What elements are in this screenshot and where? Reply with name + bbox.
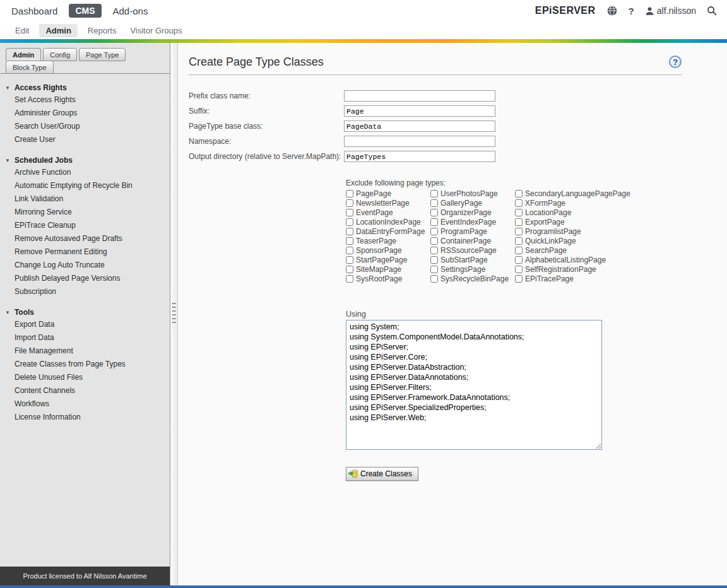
checkbox-dataentryformpage[interactable] <box>346 228 353 235</box>
checkbox-sponsorpage[interactable] <box>346 247 353 254</box>
checkbox-pagepage[interactable] <box>346 190 353 197</box>
user-menu[interactable]: alf.nilsson <box>645 6 696 16</box>
checkbox-alphabeticallistingpage[interactable] <box>515 256 523 264</box>
checkbox-organizerpage[interactable] <box>430 209 438 216</box>
checkbox-locationindexpage[interactable] <box>346 218 353 226</box>
subnav-item-admin[interactable]: Admin <box>39 24 77 37</box>
section-header-access-rights[interactable]: ▼Access Rights <box>0 82 170 93</box>
tab-block-type[interactable]: Block Type <box>6 61 54 74</box>
license-text: Product licensed to Alf Nilsson Avantime <box>23 572 146 580</box>
sidebar-item-remove-permanent-editing[interactable]: Remove Permanent Editing <box>0 245 170 259</box>
field-input-pagetype-base-class[interactable] <box>344 121 495 132</box>
checkbox-substartpage[interactable] <box>430 256 438 264</box>
sidebar-item-link-validation[interactable]: Link Validation <box>0 192 170 206</box>
exclude-option: SiteMapPage <box>346 264 430 274</box>
exclude-option: StartPagePage <box>346 255 430 264</box>
field-input-suffix[interactable] <box>344 105 495 117</box>
sidebar-item-epitrace-cleanup[interactable]: EPiTrace Cleanup <box>0 219 170 232</box>
sidebar-item-subscription[interactable]: Subscription <box>0 285 170 298</box>
section-header-scheduled-jobs[interactable]: ▼Scheduled Jobs <box>0 155 170 166</box>
using-textarea[interactable]: using System; using System.ComponentMode… <box>346 320 602 450</box>
exclude-option: PagePage <box>346 189 430 198</box>
checkbox-quicklinkpage[interactable] <box>515 237 523 245</box>
tab-config[interactable]: Config <box>43 48 77 61</box>
create-classes-button[interactable]: Create Classes <box>346 467 418 481</box>
checkbox-sitemappage[interactable] <box>346 266 353 273</box>
checkbox-settingspage[interactable] <box>430 266 438 273</box>
sidebar-item-remove-autosaved-page-drafts[interactable]: Remove Autosaved Page Drafts <box>0 232 170 245</box>
exclude-option: ExportPage <box>515 217 727 226</box>
checkbox-newsletterpage[interactable] <box>346 199 353 207</box>
tab-admin[interactable]: Admin <box>6 48 41 61</box>
subnav-item-visitor-groups[interactable]: Visitor Groups <box>126 24 186 37</box>
sidebar-item-content-channels[interactable]: Content Channels <box>0 384 170 397</box>
username: alf.nilsson <box>657 6 696 16</box>
checkbox-epitracepage[interactable] <box>515 275 523 283</box>
checkbox-sysrecyclebinpage[interactable] <box>430 275 438 283</box>
checkbox-programpage[interactable] <box>430 228 438 235</box>
exclude-option: EventPage <box>346 208 430 217</box>
user-icon <box>645 6 654 16</box>
nav-item-dashboard[interactable]: Dashboard <box>11 6 57 16</box>
checkbox-label: LocationPage <box>525 208 571 217</box>
checkbox-containerpage[interactable] <box>430 237 438 245</box>
using-label: Using <box>346 310 727 319</box>
sidebar-item-automatic-emptying-of-recycle-bin[interactable]: Automatic Emptying of Recycle Bin <box>0 179 170 192</box>
checkbox-eventpage[interactable] <box>346 209 353 216</box>
sidebar-item-create-user[interactable]: Create User <box>0 133 170 146</box>
checkbox-locationpage[interactable] <box>515 209 523 216</box>
page-help-icon[interactable]: ? <box>669 56 682 68</box>
checkbox-sysrootpage[interactable] <box>346 275 353 283</box>
sidebar-item-set-access-rights[interactable]: Set Access Rights <box>0 93 170 107</box>
sidebar-item-file-management[interactable]: File Management <box>0 344 170 358</box>
bottom-accent-line <box>0 585 727 588</box>
sidebar-item-publish-delayed-page-versions[interactable]: Publish Delayed Page Versions <box>0 272 170 285</box>
help-icon[interactable]: ? <box>629 6 634 16</box>
checkbox-rsssourcepage[interactable] <box>430 247 438 254</box>
checkbox-label: SysRootPage <box>356 274 402 283</box>
search-icon[interactable] <box>707 6 717 16</box>
page-header: Create Page Type Classes ? <box>189 56 682 75</box>
subnav-item-edit[interactable]: Edit <box>11 24 33 37</box>
nav-item-add-ons[interactable]: Add-ons <box>113 6 148 16</box>
checkbox-label: XFormPage <box>525 199 565 208</box>
exclude-option: RSSsourcePage <box>430 245 515 255</box>
section-header-tools[interactable]: ▼Tools <box>0 307 170 318</box>
sidebar-item-create-classes-from-page-types[interactable]: Create Classes from Page Types <box>0 358 170 371</box>
checkbox-searchpage[interactable] <box>515 247 523 254</box>
nav-item-cms[interactable]: CMS <box>69 4 101 18</box>
sidebar-item-mirroring-service[interactable]: Mirroring Service <box>0 206 170 219</box>
field-input-prefix-class-name[interactable] <box>344 90 495 102</box>
checkbox-gallerypage[interactable] <box>430 199 438 207</box>
sidebar-item-delete-unused-files[interactable]: Delete Unused Files <box>0 371 170 384</box>
checkbox-selfregistrationpage[interactable] <box>515 266 523 273</box>
sidebar-item-license-information[interactable]: License Information <box>0 411 170 424</box>
checkbox-label: SearchPage <box>525 246 567 255</box>
checkbox-startpagepage[interactable] <box>346 256 353 264</box>
field-input-namespace[interactable] <box>344 136 495 147</box>
checkbox-programlistpage[interactable] <box>515 228 523 235</box>
sidebar-item-search-user-group[interactable]: Search User/Group <box>0 120 170 133</box>
globe-icon[interactable] <box>606 5 618 16</box>
field-input-output-directory-relative-to-server-mappath[interactable] <box>344 151 495 162</box>
subnav-item-reports[interactable]: Reports <box>84 24 121 37</box>
sidebar-item-administer-groups[interactable]: Administer Groups <box>0 107 170 120</box>
sidebar-item-export-data[interactable]: Export Data <box>0 318 170 331</box>
checkbox-exportpage[interactable] <box>515 218 523 226</box>
sidebar-item-import-data[interactable]: Import Data <box>0 331 170 344</box>
sidebar-item-archive-function[interactable]: Archive Function <box>0 166 170 179</box>
tab-page-type[interactable]: Page Type <box>79 48 126 61</box>
checkbox-xformpage[interactable] <box>515 199 523 207</box>
checkbox-label: ExportPage <box>525 218 565 226</box>
exclude-option: XFormPage <box>515 198 727 208</box>
exclude-grid: PagePageUserPhotosPageSecondaryLanguageP… <box>346 189 727 283</box>
sidebar-splitter[interactable] <box>170 43 178 585</box>
checkbox-userphotospage[interactable] <box>430 190 438 197</box>
exclude-option: SubStartPage <box>430 255 515 264</box>
exclude-option: ProgramPage <box>430 226 515 236</box>
checkbox-secondarylanguagepagepage[interactable] <box>515 190 523 197</box>
checkbox-eventindexpage[interactable] <box>430 218 438 226</box>
checkbox-teaserpage[interactable] <box>346 237 353 245</box>
sidebar-item-change-log-auto-truncate[interactable]: Change Log Auto Truncate <box>0 259 170 272</box>
sidebar-item-workflows[interactable]: Workflows <box>0 397 170 411</box>
